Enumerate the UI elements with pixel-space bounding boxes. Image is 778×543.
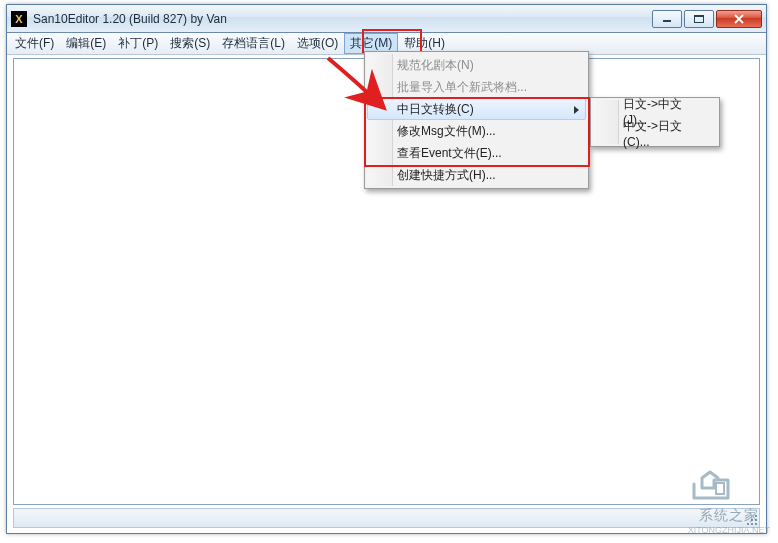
watermark: 系统之家 XITONGZHIJIA.NET <box>688 465 770 535</box>
menuitem-cn-jp-convert[interactable]: 中日文转换(C) <box>367 98 586 120</box>
submenu-item-cn-to-jp[interactable]: 中文->日文(C)... <box>593 122 717 144</box>
maximize-button[interactable] <box>684 10 714 28</box>
svg-rect-0 <box>663 20 671 22</box>
statusbar <box>13 508 760 528</box>
menuitem-label: 中日文转换(C) <box>397 101 474 118</box>
menu-file[interactable]: 文件(F) <box>9 33 60 54</box>
menuitem-normalize-script: 规范化剧本(N) <box>367 54 586 76</box>
close-button[interactable] <box>716 10 762 28</box>
menuitem-view-event[interactable]: 查看Event文件(E)... <box>367 142 586 164</box>
menu-options[interactable]: 选项(O) <box>291 33 344 54</box>
watermark-subtext: XITONGZHIJIA.NET <box>688 525 770 535</box>
menuitem-batch-import: 批量导入单个新武将档... <box>367 76 586 98</box>
submenu-arrow-icon <box>574 106 579 114</box>
watermark-logo-icon <box>688 465 734 507</box>
titlebar[interactable]: X San10Editor 1.20 (Build 827) by Van <box>7 5 766 33</box>
menuitem-create-shortcut[interactable]: 创建快捷方式(H)... <box>367 164 586 186</box>
app-icon: X <box>11 11 27 27</box>
svg-rect-2 <box>694 15 704 17</box>
menu-edit[interactable]: 编辑(E) <box>60 33 112 54</box>
window-title: San10Editor 1.20 (Build 827) by Van <box>33 12 650 26</box>
menuitem-modify-msg[interactable]: 修改Msg文件(M)... <box>367 120 586 142</box>
menu-patch[interactable]: 补丁(P) <box>112 33 164 54</box>
menu-savelang[interactable]: 存档语言(L) <box>216 33 291 54</box>
svg-rect-3 <box>716 483 724 494</box>
submenu-convert: 日文->中文(J)... 中文->日文(C)... <box>590 97 720 147</box>
minimize-button[interactable] <box>652 10 682 28</box>
window-buttons <box>650 10 762 28</box>
menu-search[interactable]: 搜索(S) <box>164 33 216 54</box>
dropdown-other: 规范化剧本(N) 批量导入单个新武将档... 中日文转换(C) 修改Msg文件(… <box>364 51 589 189</box>
watermark-text: 系统之家 <box>688 507 770 525</box>
